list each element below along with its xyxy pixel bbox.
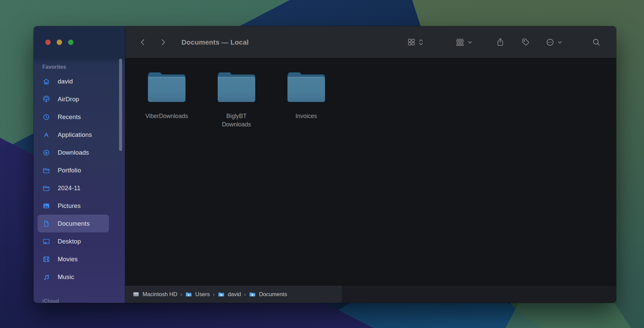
view-switcher-button[interactable] bbox=[407, 38, 424, 46]
search-button[interactable] bbox=[592, 38, 601, 47]
path-item-label: david bbox=[228, 291, 241, 297]
path-item-david[interactable]: david bbox=[218, 291, 241, 298]
sidebar-item-label: Portfolio bbox=[58, 167, 81, 174]
folder-icon bbox=[218, 72, 255, 102]
path-bar: Macintosh HD › Users › bbox=[125, 285, 616, 303]
finder-window: Favorites david AirDrop bbox=[34, 26, 616, 303]
sidebar-item-label: Movies bbox=[58, 256, 78, 263]
airdrop-icon bbox=[42, 95, 50, 103]
minimize-button[interactable] bbox=[57, 40, 62, 45]
close-button[interactable] bbox=[45, 40, 51, 45]
window-title: Documents — Local bbox=[181, 38, 249, 46]
zoom-button[interactable] bbox=[68, 40, 73, 45]
appstore-icon bbox=[42, 131, 50, 139]
tag-icon bbox=[521, 38, 530, 46]
home-icon bbox=[42, 77, 50, 86]
path-item-macintosh-hd[interactable]: Macintosh HD bbox=[132, 291, 177, 298]
path-item-label: Users bbox=[195, 291, 210, 297]
folder-item-biglybt-downloads[interactable]: BiglyBT Downloads bbox=[202, 72, 271, 129]
sidebar-item-airdrop[interactable]: AirDrop bbox=[38, 90, 109, 108]
up-down-chevrons-icon bbox=[418, 38, 424, 46]
folder-icon bbox=[148, 72, 185, 102]
path-item-documents[interactable]: Documents bbox=[249, 291, 287, 298]
sidebar: Favorites david AirDrop bbox=[34, 26, 125, 303]
sidebar-item-desktop[interactable]: Desktop bbox=[38, 232, 109, 250]
sidebar-item-label: Applications bbox=[58, 131, 92, 139]
sidebar-item-downloads[interactable]: Downloads bbox=[38, 144, 109, 161]
path-item-users[interactable]: Users bbox=[185, 291, 210, 298]
folder-grid: ViberDownloads BiglyBT Downloads Invoice… bbox=[125, 58, 616, 129]
music-note-icon bbox=[42, 273, 50, 281]
group-by-button[interactable] bbox=[455, 38, 473, 46]
document-icon bbox=[42, 220, 50, 228]
sidebar-list: david AirDrop Recents bbox=[34, 72, 125, 286]
path-strip: Macintosh HD › Users › bbox=[125, 286, 342, 303]
sidebar-item-documents[interactable]: Documents bbox=[38, 215, 109, 232]
toolbar: Documents — Local bbox=[125, 26, 616, 58]
group-by-icon bbox=[455, 38, 465, 46]
folder-item-viberdownloads[interactable]: ViberDownloads bbox=[132, 72, 202, 129]
folder-item-invoices[interactable]: Invoices bbox=[271, 72, 341, 129]
path-item-label: Documents bbox=[259, 291, 287, 297]
folder-home-icon bbox=[218, 291, 225, 298]
sidebar-item-label: Documents bbox=[58, 220, 90, 227]
sidebar-item-applications[interactable]: Applications bbox=[38, 126, 109, 144]
sidebar-item-label: Desktop bbox=[58, 238, 81, 245]
path-separator: › bbox=[244, 291, 246, 298]
more-actions-button[interactable] bbox=[546, 38, 562, 47]
path-item-label: Macintosh HD bbox=[143, 291, 177, 297]
sidebar-item-david[interactable]: david bbox=[38, 72, 109, 90]
folder-name: BiglyBT Downloads bbox=[211, 112, 262, 129]
sidebar-item-label: Pictures bbox=[58, 202, 80, 210]
folder-documents-icon bbox=[249, 291, 256, 298]
sidebar-section-favorites: Favorites bbox=[42, 63, 125, 71]
sidebar-item-label: Downloads bbox=[58, 149, 89, 156]
sidebar-item-pictures[interactable]: Pictures bbox=[38, 197, 109, 215]
film-icon bbox=[42, 255, 50, 263]
sidebar-item-2024-11[interactable]: 2024-11 bbox=[38, 179, 109, 197]
sidebar-scrollbar[interactable] bbox=[119, 59, 122, 151]
main-panel: Documents — Local bbox=[125, 26, 616, 303]
desktop-wallpaper: Favorites david AirDrop bbox=[0, 0, 644, 328]
clock-icon bbox=[42, 113, 50, 121]
sidebar-item-movies[interactable]: Movies bbox=[38, 250, 109, 268]
back-button[interactable] bbox=[139, 38, 147, 47]
sidebar-item-music[interactable]: Music bbox=[38, 268, 109, 286]
chevron-down-icon bbox=[557, 40, 562, 45]
download-circle-icon bbox=[42, 149, 50, 157]
sidebar-item-portfolio[interactable]: Portfolio bbox=[38, 161, 109, 179]
folder-name: Invoices bbox=[296, 112, 317, 120]
sidebar-section-icloud: iCloud bbox=[42, 297, 125, 303]
chevron-right-icon bbox=[159, 38, 167, 47]
path-separator: › bbox=[213, 291, 215, 298]
desktop-icon bbox=[42, 237, 50, 245]
sidebar-item-label: AirDrop bbox=[58, 96, 79, 103]
grid-view-icon bbox=[407, 38, 416, 46]
sidebar-item-recents[interactable]: Recents bbox=[38, 108, 109, 126]
chevron-down-icon bbox=[467, 40, 473, 45]
chevron-left-icon bbox=[139, 38, 147, 47]
sidebar-item-label: Recents bbox=[58, 113, 81, 121]
sidebar-item-label: Music bbox=[58, 273, 74, 281]
hard-drive-icon bbox=[132, 291, 140, 298]
tags-button[interactable] bbox=[521, 38, 530, 46]
ellipsis-circle-icon bbox=[546, 38, 554, 47]
folder-name: ViberDownloads bbox=[145, 112, 188, 120]
search-icon bbox=[592, 38, 601, 47]
folder-icon bbox=[287, 72, 325, 102]
photo-icon bbox=[42, 202, 50, 210]
forward-button[interactable] bbox=[159, 38, 167, 47]
share-button[interactable] bbox=[496, 38, 504, 47]
file-view: ViberDownloads BiglyBT Downloads Invoice… bbox=[125, 58, 616, 303]
titlebar-left bbox=[34, 26, 125, 58]
share-icon bbox=[496, 38, 504, 47]
path-separator: › bbox=[180, 291, 182, 298]
folder-icon bbox=[42, 184, 50, 192]
sidebar-item-label: 2024-11 bbox=[58, 184, 80, 192]
sidebar-item-label: david bbox=[58, 78, 73, 85]
folder-icon bbox=[42, 166, 50, 174]
folder-users-icon bbox=[185, 291, 192, 298]
